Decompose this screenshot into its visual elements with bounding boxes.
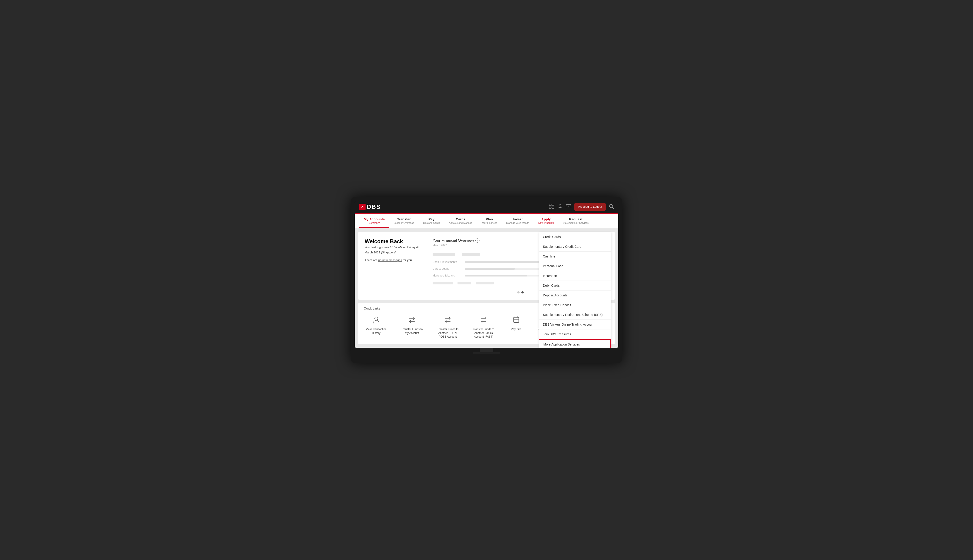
blur-b1 <box>433 282 453 284</box>
screen: ✕ DBS <box>355 201 618 348</box>
transfer-fast-icon <box>478 315 489 325</box>
monitor-stand <box>480 348 493 352</box>
messages-link[interactable]: no new messages <box>378 258 402 262</box>
svg-point-8 <box>374 317 378 320</box>
svg-point-4 <box>559 205 561 207</box>
svg-line-7 <box>612 207 614 208</box>
info-icon[interactable]: i <box>475 238 480 243</box>
nav-title-apply: Apply <box>541 217 551 221</box>
top-bar: ✕ DBS <box>355 201 618 213</box>
welcome-title: Welcome Back <box>364 238 423 245</box>
transfer-dbs-icon <box>443 315 453 325</box>
nav-title-cards: Cards <box>456 217 465 221</box>
bar-fill-cash <box>465 261 546 263</box>
quick-link-label-my-account: Transfer Funds to My Account <box>400 327 425 335</box>
user-icon[interactable] <box>558 204 563 210</box>
messages-suffix: for you. <box>402 258 413 262</box>
svg-rect-3 <box>552 207 554 208</box>
monitor-base <box>473 352 500 354</box>
bar-label-mortgage: Mortgage & Loans <box>433 274 462 277</box>
quick-link-label-transaction: View Transaction History <box>364 327 389 335</box>
quick-link-label-dbs-posb: Transfer Funds to Another DBS or POSB Ac… <box>435 327 460 339</box>
dropdown-dbs-vickers[interactable]: DBS Vickers Online Trading Account <box>539 320 611 330</box>
dropdown-srs[interactable]: Supplementary Retirement Scheme (SRS) <box>539 310 611 320</box>
transaction-history-icon <box>371 315 381 325</box>
content-card: Welcome Back Your last login was 10:57 A… <box>358 232 615 300</box>
pay-bills-icon <box>511 315 522 325</box>
svg-rect-1 <box>552 204 554 206</box>
svg-rect-2 <box>549 207 551 208</box>
nav-title-transfer: Transfer <box>397 217 411 221</box>
network-icon[interactable] <box>549 204 555 210</box>
nav-title-plan: Plan <box>486 217 493 221</box>
blur-block-2 <box>462 253 480 256</box>
nav-item-cards[interactable]: Cards Activate and Manage <box>445 214 477 228</box>
main-content: Welcome Back Your last login was 10:57 A… <box>355 228 618 348</box>
dropdown-cashline[interactable]: Cashline <box>539 252 611 261</box>
login-line2: March 2022 (Singapore) <box>364 250 423 255</box>
nav-sub-transfer: Local or Overseas <box>394 222 414 224</box>
dropdown-deposit-accounts[interactable]: Deposit Accounts <box>539 290 611 300</box>
dropdown-place-fixed-deposit[interactable]: Place Fixed Deposit <box>539 300 611 310</box>
nav-item-apply[interactable]: Apply New Products <box>534 214 558 228</box>
nav-sub-invest: Manage your Wealth <box>506 222 529 224</box>
nav-sub-plan: Your Finances <box>481 222 497 224</box>
blur-b2 <box>458 282 471 284</box>
blur-block-1 <box>433 253 455 256</box>
messages-prefix: There are <box>364 258 378 262</box>
bar-label-cash: Cash & Investments <box>433 260 462 263</box>
nav-item-pay[interactable]: Pay Bills and Cards <box>418 214 445 228</box>
dropdown-insurance[interactable]: Insurance <box>539 271 611 281</box>
top-right-icons: Proceed to Logout <box>549 203 614 211</box>
dot-1[interactable] <box>517 291 520 293</box>
quick-link-transfer-my-account[interactable]: Transfer Funds to My Account <box>394 315 430 339</box>
nav-sub-pay: Bills and Cards <box>423 222 440 224</box>
dot-2[interactable] <box>522 291 524 293</box>
login-line1: Your last login was 10:57 AM on Friday 4… <box>364 245 423 250</box>
logo-area: ✕ DBS <box>359 203 381 210</box>
nav-item-plan[interactable]: Plan Your Finances <box>477 214 502 228</box>
dbs-x-icon: ✕ <box>359 203 366 210</box>
quick-link-pay-bills[interactable]: Pay Bills <box>502 315 531 339</box>
nav-sub-apply: New Products <box>538 222 554 224</box>
dropdown-credit-cards[interactable]: Credit Cards <box>539 232 611 242</box>
quick-links-title: Quick Links <box>364 307 380 310</box>
svg-rect-0 <box>549 204 551 206</box>
messages-text: There are no new messages for you. <box>364 257 423 263</box>
apply-dropdown-menu: Credit Cards Supplementary Credit Card C… <box>538 232 611 348</box>
monitor-frame: ✕ DBS <box>351 197 622 363</box>
quick-link-transfer-fast[interactable]: Transfer Funds to Another Bank's Account… <box>466 315 502 339</box>
dropdown-join-dbs-treasures[interactable]: Join DBS Treasures <box>539 330 611 339</box>
logout-button[interactable]: Proceed to Logout <box>574 203 606 211</box>
welcome-section: Welcome Back Your last login was 10:57 A… <box>364 238 423 293</box>
nav-bar: My Accounts Summary Transfer Local or Ov… <box>355 214 618 228</box>
svg-rect-9 <box>514 317 519 322</box>
nav-sub-my-accounts: Summary <box>369 222 380 224</box>
bar-fill-cards <box>465 268 515 270</box>
quick-link-view-transaction[interactable]: View Transaction History <box>364 315 394 339</box>
nav-sub-request: Statements or Services <box>563 222 588 224</box>
overview-title-text: Your Financial Overview <box>433 238 474 243</box>
login-info: Your last login was 10:57 AM on Friday 4… <box>364 245 423 263</box>
search-icon[interactable] <box>609 204 614 210</box>
nav-title-my-accounts: My Accounts <box>364 217 385 221</box>
dropdown-debit-cards[interactable]: Debit Cards <box>539 281 611 290</box>
bar-fill-mortgage <box>465 275 527 277</box>
dropdown-personal-loan[interactable]: Personal Loan <box>539 261 611 271</box>
quick-link-label-fast: Transfer Funds to Another Bank's Account… <box>471 327 496 339</box>
nav-title-pay: Pay <box>428 217 435 221</box>
quick-link-transfer-dbs[interactable]: Transfer Funds to Another DBS or POSB Ac… <box>430 315 466 339</box>
dropdown-supplementary-credit-card[interactable]: Supplementary Credit Card <box>539 242 611 252</box>
dbs-logo-text: DBS <box>367 203 381 210</box>
nav-item-invest[interactable]: Invest Manage your Wealth <box>502 214 533 228</box>
nav-item-transfer[interactable]: Transfer Local or Overseas <box>390 214 418 228</box>
nav-title-request: Request <box>569 217 582 221</box>
mail-icon[interactable] <box>566 204 571 210</box>
bar-label-cards: Card & Loans <box>433 267 462 270</box>
dropdown-more-application-services[interactable]: More Application Services <box>539 339 611 348</box>
nav-item-request[interactable]: Request Statements or Services <box>558 214 593 228</box>
nav-sub-cards: Activate and Manage <box>449 222 472 224</box>
nav-item-my-accounts[interactable]: My Accounts Summary <box>359 214 390 228</box>
blur-b3 <box>476 282 494 284</box>
quick-link-label-bills: Pay Bills <box>511 327 522 331</box>
